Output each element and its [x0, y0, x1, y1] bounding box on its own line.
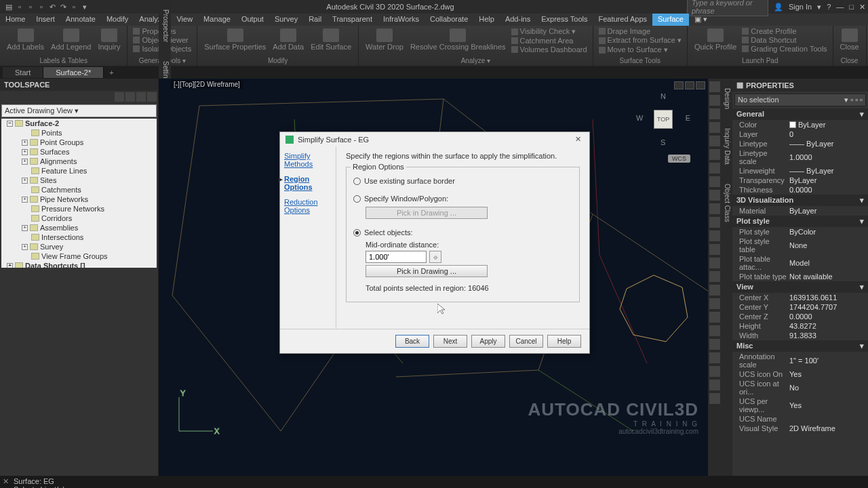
menu-express-tools[interactable]: Express Tools: [536, 14, 593, 26]
prop-row[interactable]: Plot table attac...Model: [732, 254, 868, 272]
ts-tool-4[interactable]: [147, 92, 157, 102]
ribbon-water-drop[interactable]: Water Drop: [364, 27, 405, 52]
tree-item[interactable]: Feature Lines: [1, 166, 157, 176]
right-tool-icon[interactable]: [709, 312, 720, 323]
radio-specify-window[interactable]: [353, 195, 361, 203]
right-tool-icon[interactable]: [709, 230, 720, 241]
menu-featured-apps[interactable]: Featured Apps: [593, 14, 652, 26]
dialog-nav-link[interactable]: Simplify Methods: [284, 152, 332, 168]
right-tool-icon[interactable]: [709, 217, 720, 228]
right-tool-icon[interactable]: [709, 108, 720, 119]
prop-row[interactable]: Lineweight—— ByLayer: [732, 166, 868, 176]
prop-section[interactable]: Misc▾: [732, 340, 868, 352]
tree-item[interactable]: + Alignments: [1, 157, 157, 166]
prop-row[interactable]: Center Y1744204.7707: [732, 302, 868, 312]
ribbon-drapeimage[interactable]: Drape Image: [599, 27, 682, 35]
tree-item[interactable]: + Pipe Networks: [1, 195, 157, 204]
prop-row[interactable]: MaterialByLayer: [732, 206, 868, 216]
tree-item[interactable]: + Point Groups: [1, 138, 157, 147]
ribbon-add-labels[interactable]: Add Labels: [5, 27, 45, 52]
menu-modify[interactable]: Modify: [101, 14, 134, 26]
right-tool-icon[interactable]: [709, 339, 720, 350]
tree-item[interactable]: Corridors: [1, 214, 157, 223]
ribbon-resolve-crossing-breaklines[interactable]: Resolve Crossing Breaklines: [409, 27, 507, 52]
dialog-titlebar[interactable]: Simplify Surface - EG ✕: [280, 132, 589, 146]
cancel-button[interactable]: Cancel: [509, 335, 543, 348]
help-button[interactable]: Help: [547, 335, 581, 348]
ribbon-edit-surface[interactable]: Edit Surface: [309, 27, 353, 52]
qat-open-icon[interactable]: ▫: [26, 2, 35, 12]
ribbon-volumesdashboard[interactable]: Volumes Dashboard: [511, 45, 587, 54]
properties-grid[interactable]: General▾ColorByLayerLayer0Linetype—— ByL…: [732, 108, 868, 476]
menu-transparent[interactable]: Transparent: [327, 14, 378, 26]
properties-selection-combo[interactable]: No selection▾ ▫ ▫ ▫: [734, 94, 866, 106]
qat-app-icon[interactable]: ▤: [4, 2, 14, 12]
ribbon-surface-properties[interactable]: Surface Properties: [203, 27, 267, 52]
doc-tab[interactable]: Start: [3, 67, 43, 78]
signin-label[interactable]: Sign In: [789, 3, 812, 11]
menu-extra[interactable]: ▣ ▾: [689, 14, 713, 26]
right-tool-icon[interactable]: [709, 352, 720, 363]
right-tool-icon[interactable]: [709, 149, 720, 160]
prop-row[interactable]: ColorByLayer: [732, 120, 868, 129]
ts-tool-1[interactable]: [115, 92, 124, 102]
menu-output[interactable]: Output: [236, 14, 269, 26]
toolspace-tree[interactable]: − Surface-2 Points+ Point Groups+ Surfac…: [1, 119, 157, 268]
prop-section[interactable]: 3D Visualization▾: [732, 195, 868, 206]
back-button[interactable]: Back: [395, 335, 429, 348]
ribbon-close[interactable]: Close: [839, 27, 861, 52]
ribbon-add-legend[interactable]: Add Legend: [50, 27, 92, 52]
right-tool-icon[interactable]: [709, 122, 720, 133]
qat-print-icon[interactable]: ▫: [69, 2, 79, 12]
right-tool-icon[interactable]: [709, 298, 720, 309]
dialog-nav-link[interactable]: Reduction Options: [284, 198, 332, 214]
right-tool-icon[interactable]: [709, 380, 720, 390]
tree-item[interactable]: Catchments: [1, 185, 157, 195]
viewcube[interactable]: N S W E TOP: [636, 92, 690, 146]
prop-row[interactable]: Plot table typeNot available: [732, 272, 868, 281]
prop-row[interactable]: Height43.8272: [732, 321, 868, 331]
menu-help[interactable]: Help: [473, 14, 500, 26]
right-tool-icon[interactable]: [709, 271, 720, 282]
ts-tool-2[interactable]: [125, 92, 135, 102]
dialog-nav-link[interactable]: Region Options: [284, 175, 332, 191]
toolspace-view-combo[interactable]: Active Drawing View ▾: [1, 104, 157, 117]
dialog-close-icon[interactable]: ✕: [572, 135, 584, 144]
menu-surface[interactable]: Surface: [652, 14, 689, 26]
right-tool-icon[interactable]: [709, 163, 720, 174]
qat-undo-icon[interactable]: ↶: [47, 2, 57, 12]
ribbon-extractfromsurface[interactable]: Extract from Surface ▾: [599, 36, 682, 45]
wcs-badge[interactable]: WCS: [668, 155, 690, 163]
vtab-prospector[interactable]: Prospector: [159, 0, 171, 52]
prop-row[interactable]: Center Z0.0000: [732, 312, 868, 321]
apply-button[interactable]: Apply: [471, 335, 505, 348]
menu-rail[interactable]: Rail: [303, 14, 327, 26]
menu-view[interactable]: View: [171, 14, 198, 26]
menu-annotate[interactable]: Annotate: [60, 14, 101, 26]
mid-ordinate-input[interactable]: [366, 251, 427, 263]
ribbon-gradingcreationtools[interactable]: Grading Creation Tools: [742, 45, 827, 53]
prop-row[interactable]: UCS icon at ori...No: [732, 379, 868, 396]
prop-row[interactable]: UCS per viewp...Yes: [732, 396, 868, 414]
menu-collaborate[interactable]: Collaborate: [425, 14, 473, 26]
tree-item[interactable]: + Sites: [1, 176, 157, 185]
prop-row[interactable]: Annotation scale1" = 100': [732, 352, 868, 369]
menu-infraworks[interactable]: InfraWorks: [378, 14, 425, 26]
signin-icon[interactable]: 👤: [774, 3, 783, 12]
prop-section[interactable]: Plot style▾: [732, 216, 868, 227]
qat-new-icon[interactable]: ▫: [15, 2, 24, 12]
qat-redo-icon[interactable]: ↷: [58, 2, 68, 12]
menu-home[interactable]: Home: [0, 14, 31, 26]
menu-insert[interactable]: Insert: [31, 14, 60, 26]
prop-row[interactable]: Linetype scale1.0000: [732, 148, 868, 166]
viewcube-top[interactable]: TOP: [654, 110, 673, 129]
prop-row[interactable]: Center X1639136.0611: [732, 293, 868, 302]
tree-item[interactable]: View Frame Groups: [1, 251, 157, 261]
ribbon-movetosurface[interactable]: Move to Surface ▾: [599, 45, 682, 54]
right-vtab[interactable]: Design: [722, 79, 732, 119]
right-vtab[interactable]: Object Class: [722, 174, 732, 232]
prop-row[interactable]: Layer0: [732, 129, 868, 139]
ribbon-add-data[interactable]: Add Data: [271, 27, 305, 52]
menu-survey[interactable]: Survey: [269, 14, 303, 26]
tree-item[interactable]: Points: [1, 128, 157, 138]
